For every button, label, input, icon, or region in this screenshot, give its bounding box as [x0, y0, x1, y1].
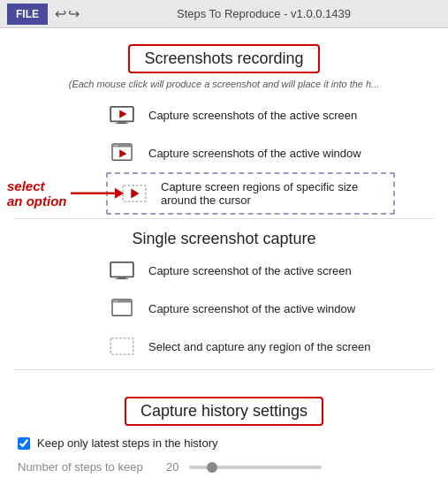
svg-point-6: [114, 145, 116, 147]
svg-rect-13: [110, 262, 133, 277]
single-active-window[interactable]: Capture screenshot of the active window: [0, 290, 448, 328]
redo-icon[interactable]: ↪: [68, 7, 80, 21]
single-active-screen[interactable]: Capture screenshot of the active screen: [0, 252, 448, 290]
svg-point-7: [117, 145, 118, 147]
region-icon: [118, 181, 150, 206]
capture-history-header: Capture history settings: [125, 397, 323, 426]
screenshots-recording-header: Screenshots recording: [128, 44, 319, 73]
svg-rect-15: [116, 278, 129, 279]
svg-point-19: [117, 300, 118, 302]
window-icon: [106, 140, 138, 165]
single-region-icon: [106, 334, 138, 359]
screenshots-recording-header-wrap: Screenshots recording: [0, 28, 448, 79]
single-region[interactable]: Select and capture any region of the scr…: [0, 328, 448, 366]
keep-latest-label: Keep only latest steps in the history: [37, 436, 218, 450]
capture-history-section: Capture history settings Keep only lates…: [0, 374, 448, 479]
svg-rect-20: [110, 338, 133, 354]
option-active-window-label: Capture screenshots of the active window: [148, 147, 361, 160]
annotation-line2: an option: [7, 193, 67, 209]
single-region-label: Select and capture any region of the scr…: [148, 340, 371, 353]
annotation-line1: select: [7, 178, 67, 193]
titlebar: FILE ↩ ↪ Steps To Reproduce - v1.0.0.143…: [0, 0, 448, 28]
option-region-cursor-label: Capture screen regions of specific size …: [161, 180, 393, 207]
svg-marker-8: [119, 149, 126, 157]
main-content: Screenshots recording (Each mouse click …: [0, 28, 448, 493]
region-row-wrapper: select an option Capture screen regions …: [0, 172, 448, 215]
steps-label: Number of steps to keep: [18, 460, 159, 474]
divider-1: [14, 218, 434, 219]
screen-icon: [106, 102, 138, 127]
svg-marker-3: [119, 110, 126, 118]
single-screen-icon: [106, 258, 138, 283]
single-active-screen-label: Capture screenshot of the active screen: [148, 264, 352, 277]
single-window-icon: [106, 296, 138, 321]
divider-2: [14, 369, 434, 370]
svg-point-18: [114, 300, 116, 302]
option-active-screen-label: Capture screenshots of the active screen: [148, 109, 357, 122]
steps-slider-track[interactable]: [189, 466, 322, 469]
file-button[interactable]: FILE: [7, 4, 48, 25]
capture-history-header-wrap: Capture history settings: [0, 381, 448, 431]
svg-rect-2: [116, 123, 129, 124]
steps-value: 20: [166, 460, 178, 474]
single-active-window-label: Capture screenshot of the active window: [148, 302, 355, 315]
steps-row: Number of steps to keep 20: [0, 455, 448, 479]
option-active-window[interactable]: Capture screenshots of the active window: [0, 134, 448, 172]
undo-redo-group: ↩ ↪: [55, 7, 80, 21]
keep-latest-checkbox[interactable]: [18, 437, 30, 450]
screenshots-subtitle: (Each mouse click will produce a screens…: [0, 79, 448, 96]
svg-marker-12: [131, 189, 139, 199]
single-capture-header-wrap: Single screenshot capture: [0, 223, 448, 252]
steps-slider-thumb[interactable]: [207, 462, 217, 473]
option-region-cursor[interactable]: Capture screen regions of specific size …: [106, 172, 395, 215]
option-active-screen[interactable]: Capture screenshots of the active screen: [0, 96, 448, 134]
window-title: Steps To Reproduce - v1.0.0.1439: [87, 7, 441, 20]
keep-latest-row[interactable]: Keep only latest steps in the history: [0, 431, 448, 455]
undo-icon[interactable]: ↩: [55, 7, 66, 21]
single-capture-header: Single screenshot capture: [118, 221, 330, 253]
